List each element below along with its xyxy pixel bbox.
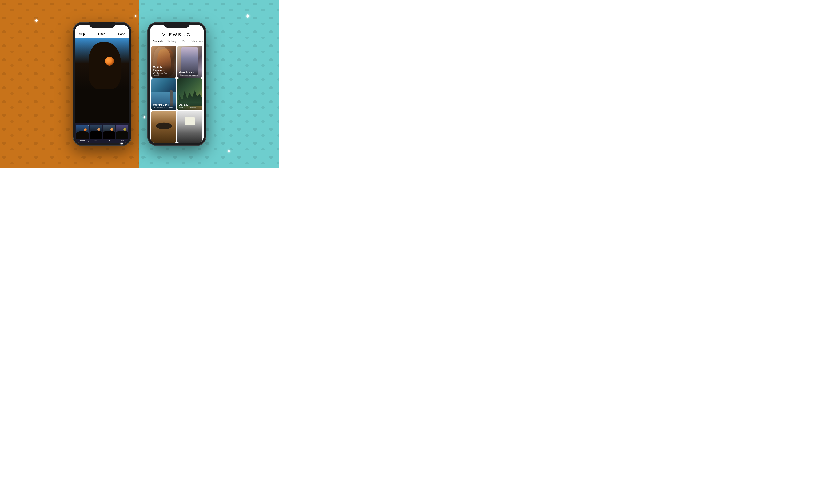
contest-title-3: Capture Cliffs xyxy=(153,104,175,106)
contest-star-love[interactable]: Star Love Win Gift Card Bundle xyxy=(177,78,203,110)
phone-filter: Skip Filter Done xyxy=(73,22,132,146)
contest-subtitle-2: Win Canon EOS camera xyxy=(179,74,201,76)
filter-v01-label: V01 xyxy=(90,139,102,142)
phone-notch-2 xyxy=(164,22,190,28)
phone-notch xyxy=(89,22,115,28)
skip-button[interactable]: Skip xyxy=(79,32,85,36)
contest-subtitle-4: Win Gift Card Bundle xyxy=(179,107,201,109)
contest-title-4: Star Love xyxy=(179,104,201,106)
filter-v01[interactable]: V01 xyxy=(90,125,102,142)
phone-viewbug: VIEWBUG Contests Challenges Vote Submiss… xyxy=(147,22,206,146)
filter-thumbnails: Normal V01 V02 xyxy=(75,123,129,143)
phone-screen-filter: Skip Filter Done xyxy=(75,25,129,143)
contest-interior[interactable] xyxy=(177,111,203,143)
contest-eyes[interactable] xyxy=(151,111,176,143)
face-shape xyxy=(89,42,121,89)
tab-contests[interactable]: Contests xyxy=(153,40,163,44)
contest-multiple-exposures[interactable]: Multiple Exposures Win Camera Flash Spee… xyxy=(151,46,176,78)
contests-grid: Multiple Exposures Win Camera Flash Spee… xyxy=(150,44,204,143)
viewbug-tabs: Contests Challenges Vote Submissions xyxy=(150,37,204,44)
contest-capture-cliffs[interactable]: Capture Cliffs Win Polaroid Snap Touch xyxy=(151,78,176,110)
filter-normal-label: Normal xyxy=(76,139,89,142)
contest-title-1: Multiple Exposures xyxy=(153,66,175,72)
tab-vote[interactable]: Vote xyxy=(182,40,187,44)
phone-screen-viewbug: VIEWBUG Contests Challenges Vote Submiss… xyxy=(150,25,204,143)
person-body xyxy=(75,38,129,123)
tab-challenges[interactable]: Challenges xyxy=(167,40,178,44)
filter-v03[interactable]: V03 xyxy=(116,125,128,142)
filter-normal[interactable]: Normal xyxy=(76,125,89,142)
filter-screen: Skip Filter Done xyxy=(75,25,129,143)
contest-mirror-instant[interactable]: Mirror Instant Win Canon EOS camera xyxy=(177,46,203,78)
filter-v03-label: V03 xyxy=(116,139,128,142)
done-button[interactable]: Done xyxy=(118,32,125,36)
tab-submissions[interactable]: Submissions xyxy=(190,40,204,44)
viewbug-logo: VIEWBUG xyxy=(154,32,200,37)
filter-v02[interactable]: V02 xyxy=(103,125,115,142)
phones-container: Skip Filter Done xyxy=(0,0,279,168)
contest-subtitle-1: Win Camera Flash Speedlite xyxy=(153,72,175,76)
filter-v02-label: V02 xyxy=(103,139,115,142)
main-photo xyxy=(75,38,129,123)
contest-title-2: Mirror Instant xyxy=(179,71,201,74)
viewbug-screen: VIEWBUG Contests Challenges Vote Submiss… xyxy=(150,25,204,143)
contest-subtitle-3: Win Polaroid Snap Touch xyxy=(153,107,175,109)
filter-label: Filter xyxy=(98,32,105,36)
